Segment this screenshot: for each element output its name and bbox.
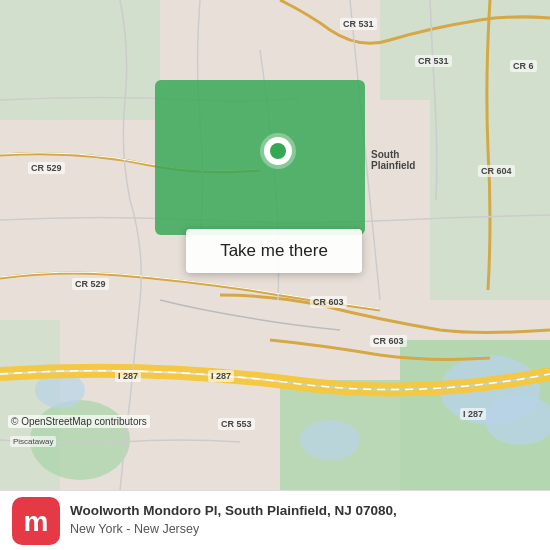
svg-point-10 (300, 420, 360, 460)
address-info: Woolworth Mondoro Pl, South Plainfield, … (70, 502, 538, 538)
take-me-there-button[interactable]: Take me there (186, 229, 362, 273)
map-attribution: © OpenStreetMap contributors (8, 415, 150, 428)
road-label-i287b: I 287 (208, 370, 234, 382)
svg-text:m: m (24, 506, 49, 537)
road-label-cr531b: CR 531 (415, 55, 452, 67)
map-pin (258, 135, 298, 175)
road-label-cr553: CR 553 (218, 418, 255, 430)
road-label-cr529b: CR 529 (72, 278, 109, 290)
road-label-cr531: CR 531 (340, 18, 377, 30)
svg-rect-1 (0, 0, 160, 120)
map-container: CR 531 CR 531 CR 6 CR 529 CR 529 CR 604 … (0, 0, 550, 490)
road-label-cr603a: CR 603 (310, 296, 347, 308)
road-label-i287c: I 287 (460, 408, 486, 420)
road-label-piscataway: Piscataway (10, 436, 56, 447)
road-label-cr603b: CR 603 (370, 335, 407, 347)
info-bar: m Woolworth Mondoro Pl, South Plainfield… (0, 490, 550, 550)
city-label-south-plainfield: SouthPlainfield (368, 148, 418, 172)
svg-point-14 (270, 143, 286, 159)
road-label-cr529a: CR 529 (28, 162, 65, 174)
road-label-cr604: CR 604 (478, 165, 515, 177)
road-label-i287a: I 287 (115, 370, 141, 382)
road-label-cr6: CR 6 (510, 60, 537, 72)
address-line1: Woolworth Mondoro Pl, South Plainfield, … (70, 502, 538, 521)
svg-rect-2 (380, 0, 550, 100)
moovit-logo: m (12, 497, 60, 545)
address-line2: New York - New Jersey (70, 521, 538, 539)
